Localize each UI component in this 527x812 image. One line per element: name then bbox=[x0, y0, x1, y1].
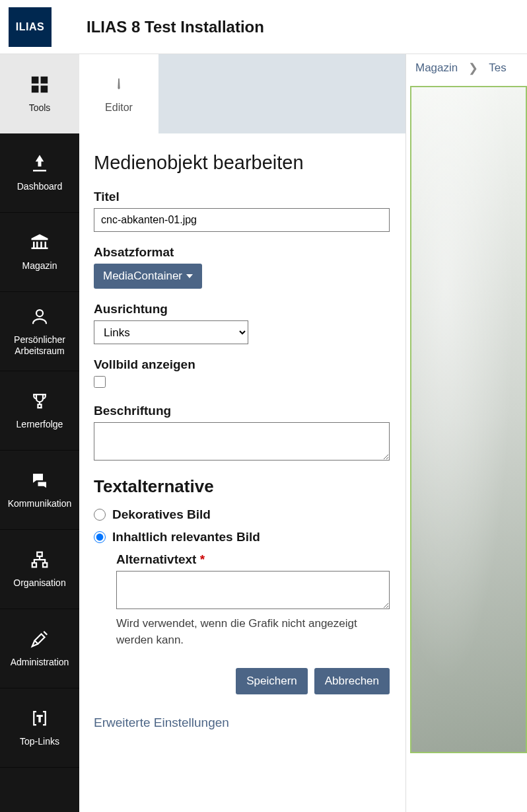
chevron-down-icon bbox=[186, 274, 193, 278]
tools-icon bbox=[30, 629, 50, 649]
tools-panel: Editor Medienobjekt bearbeiten Titel Abs… bbox=[79, 54, 405, 812]
alttext-textarea[interactable] bbox=[116, 571, 390, 609]
radio-relevant-label[interactable]: Inhaltlich relevantes Bild bbox=[112, 530, 260, 544]
orientation-label: Ausrichtung bbox=[94, 302, 391, 316]
chevron-right-icon: ❯ bbox=[468, 61, 478, 75]
save-button[interactable]: Speichern bbox=[236, 668, 308, 694]
brackets-icon: T bbox=[30, 708, 50, 728]
grid-icon bbox=[30, 75, 50, 94]
svg-text:T: T bbox=[37, 714, 42, 723]
svg-rect-2 bbox=[32, 86, 38, 92]
sidebar-label: Organisation bbox=[11, 577, 68, 589]
breadcrumb-item-test[interactable]: Tes bbox=[489, 61, 506, 75]
pencil-icon bbox=[112, 74, 125, 94]
sidebar-item-arbeitsraum[interactable]: Persönlicher Arbeitsraum bbox=[0, 292, 79, 371]
svg-rect-1 bbox=[42, 77, 48, 83]
sidebar-label: Tools bbox=[26, 102, 53, 114]
caption-label: Beschriftung bbox=[94, 404, 391, 418]
breadcrumb-item-magazin[interactable]: Magazin bbox=[415, 61, 458, 75]
app-title: ILIAS 8 Test Installation bbox=[87, 18, 264, 36]
library-icon bbox=[30, 233, 50, 252]
radio-decorative-label[interactable]: Dekoratives Bild bbox=[112, 507, 211, 522]
sidebar-item-magazin[interactable]: Magazin bbox=[0, 213, 79, 292]
sidebar-label: Lernerfolge bbox=[14, 419, 66, 430]
svg-rect-3 bbox=[42, 86, 48, 92]
radio-relevant[interactable] bbox=[94, 531, 106, 543]
radio-decorative[interactable] bbox=[94, 509, 106, 521]
right-column: Magazin ❯ Tes bbox=[405, 54, 527, 812]
caption-textarea[interactable] bbox=[94, 422, 390, 461]
tab-editor[interactable]: Editor bbox=[79, 54, 158, 133]
cancel-button[interactable]: Abbrechen bbox=[314, 668, 390, 694]
format-dropdown[interactable]: MediaContainer bbox=[94, 264, 202, 289]
form-area: Medienobjekt bearbeiten Titel Absatzform… bbox=[79, 133, 405, 757]
trophy-icon bbox=[30, 391, 50, 411]
alttext-help: Wird verwendet, wenn die Grafik nicht an… bbox=[116, 616, 391, 648]
required-marker: * bbox=[200, 552, 205, 566]
advanced-settings-link[interactable]: Erweiterte Einstellungen bbox=[94, 716, 229, 730]
svg-rect-0 bbox=[32, 77, 38, 83]
lamp-icon bbox=[30, 153, 50, 173]
format-label: Absatzformat bbox=[94, 245, 391, 260]
tab-label: Editor bbox=[105, 102, 133, 114]
svg-point-4 bbox=[36, 310, 43, 316]
page-title: Medienobjekt bearbeiten bbox=[94, 152, 391, 174]
logo[interactable]: ILIAS bbox=[9, 7, 52, 47]
fullscreen-checkbox[interactable] bbox=[94, 376, 106, 388]
sidebar-item-organisation[interactable]: Organisation bbox=[0, 530, 79, 609]
sidebar-label: Kommunikation bbox=[5, 498, 75, 509]
alttext-label: Alternativtext * bbox=[116, 552, 391, 567]
sidebar-item-toplinks[interactable]: T Top-Links bbox=[0, 688, 79, 768]
image-preview bbox=[410, 86, 527, 753]
sidebar-item-dashboard[interactable]: Dashboard bbox=[0, 133, 79, 213]
main-sidebar: Tools Dashboard Magazin Persönlicher Arb… bbox=[0, 54, 79, 812]
textalternative-heading: Textalternative bbox=[94, 476, 391, 497]
sidebar-label: Administration bbox=[8, 657, 72, 668]
svg-rect-5 bbox=[37, 552, 42, 556]
tool-tabs: Editor bbox=[79, 54, 405, 133]
org-icon bbox=[30, 550, 50, 570]
sidebar-label: Magazin bbox=[20, 260, 60, 272]
orientation-select[interactable]: Links bbox=[94, 320, 248, 344]
sidebar-label: Dashboard bbox=[15, 181, 65, 192]
titel-input[interactable] bbox=[94, 208, 390, 232]
sidebar-item-lernerfolge[interactable]: Lernerfolge bbox=[0, 371, 79, 451]
fullscreen-label: Vollbild anzeigen bbox=[94, 357, 391, 372]
app-header: ILIAS ILIAS 8 Test Installation bbox=[0, 0, 527, 54]
sidebar-item-tools[interactable]: Tools bbox=[0, 54, 79, 133]
user-icon bbox=[30, 307, 50, 326]
svg-rect-6 bbox=[32, 563, 36, 567]
titel-label: Titel bbox=[94, 190, 391, 204]
breadcrumb: Magazin ❯ Tes bbox=[406, 54, 527, 82]
svg-rect-7 bbox=[43, 563, 47, 567]
chat-icon bbox=[30, 470, 50, 490]
format-value: MediaContainer bbox=[103, 270, 182, 283]
sidebar-label: Top-Links bbox=[17, 736, 62, 747]
sidebar-label: Persönlicher Arbeitsraum bbox=[0, 334, 79, 357]
sidebar-item-administration[interactable]: Administration bbox=[0, 609, 79, 688]
sidebar-item-kommunikation[interactable]: Kommunikation bbox=[0, 451, 79, 530]
